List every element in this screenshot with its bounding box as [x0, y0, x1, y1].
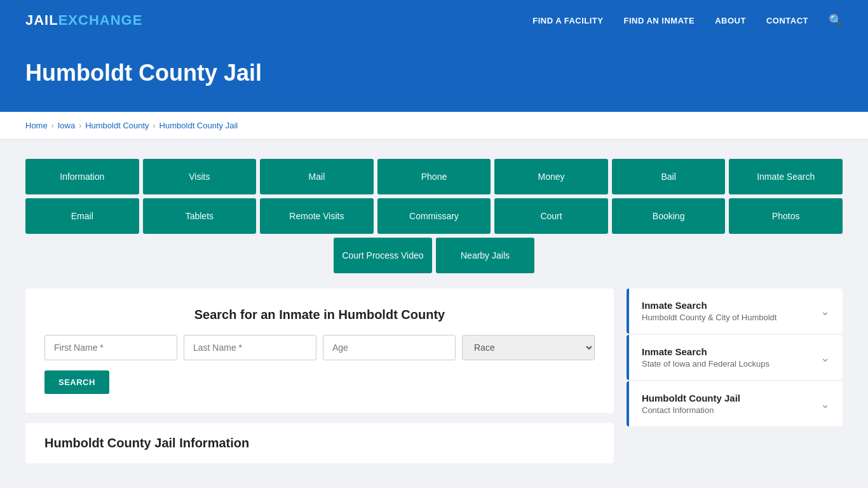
- breadcrumb-humboldt-county[interactable]: Humboldt County: [85, 121, 149, 130]
- page-title: Humboldt County Jail: [25, 60, 843, 86]
- btn-information[interactable]: Information: [25, 159, 139, 194]
- last-name-input[interactable]: [184, 335, 316, 360]
- btn-photos[interactable]: Photos: [729, 198, 843, 234]
- logo[interactable]: JAILEXCHANGE: [25, 12, 142, 29]
- btn-court[interactable]: Court: [494, 198, 608, 234]
- sidebar-card-title-3: Humboldt County Jail: [642, 393, 740, 403]
- sidebar-card-sub-2: State of Iowa and Federal Lockups: [642, 359, 770, 369]
- nav-about[interactable]: ABOUT: [715, 16, 746, 25]
- search-panel: Search for an Inmate in Humboldt County …: [25, 288, 614, 413]
- sidebar-card-inmate-search-humboldt[interactable]: Inmate Search Humboldt County & City of …: [627, 288, 843, 334]
- breadcrumb-iowa[interactable]: Iowa: [58, 121, 75, 130]
- button-grid-row3: Court Process Video Nearby Jails: [25, 238, 843, 273]
- btn-remote-visits[interactable]: Remote Visits: [260, 198, 374, 234]
- search-title: Search for an Inmate in Humboldt County: [44, 308, 595, 322]
- btn-tablets[interactable]: Tablets: [143, 198, 257, 234]
- lower-section: Search for an Inmate in Humboldt County …: [25, 288, 843, 463]
- btn-phone[interactable]: Phone: [377, 159, 491, 194]
- btn-inmate-search[interactable]: Inmate Search: [729, 159, 843, 194]
- search-fields: Race White Black Hispanic Asian Native A…: [44, 335, 595, 360]
- chevron-down-icon-2: ⌄: [820, 351, 830, 365]
- first-name-input[interactable]: [44, 335, 177, 360]
- btn-mail[interactable]: Mail: [260, 159, 374, 194]
- age-input[interactable]: [323, 335, 456, 360]
- btn-booking[interactable]: Booking: [612, 198, 726, 234]
- sidebar-card-inmate-search-iowa[interactable]: Inmate Search State of Iowa and Federal …: [627, 335, 843, 380]
- main-content: Information Visits Mail Phone Money Bail…: [0, 140, 868, 482]
- btn-court-process-video[interactable]: Court Process Video: [334, 238, 432, 273]
- btn-bail[interactable]: Bail: [612, 159, 726, 194]
- sidebar: Inmate Search Humboldt County & City of …: [627, 288, 843, 428]
- search-button[interactable]: SEARCH: [44, 370, 109, 394]
- chevron-down-icon-1: ⌄: [820, 304, 830, 318]
- nav-contact[interactable]: CONTACT: [766, 16, 808, 25]
- race-select[interactable]: Race White Black Hispanic Asian Native A…: [462, 335, 595, 360]
- button-grid-row2: Email Tablets Remote Visits Commissary C…: [25, 198, 843, 234]
- btn-nearby-jails[interactable]: Nearby Jails: [436, 238, 534, 273]
- left-column: Search for an Inmate in Humboldt County …: [25, 288, 614, 463]
- logo-jail: JAIL: [25, 12, 58, 29]
- breadcrumb-current: Humboldt County Jail: [159, 121, 238, 130]
- breadcrumb-sep-1: ›: [51, 121, 54, 130]
- btn-visits[interactable]: Visits: [143, 159, 257, 194]
- breadcrumb-sep-2: ›: [79, 121, 81, 130]
- sidebar-card-title-2: Inmate Search: [642, 346, 770, 357]
- hero-section: Humboldt County Jail: [0, 41, 868, 112]
- main-nav: FIND A FACILITY FIND AN INMATE ABOUT CON…: [532, 13, 843, 27]
- nav-find-facility[interactable]: FIND A FACILITY: [532, 16, 603, 25]
- btn-email[interactable]: Email: [25, 198, 139, 234]
- logo-exchange: EXCHANGE: [58, 12, 143, 29]
- chevron-down-icon-3: ⌄: [820, 397, 830, 411]
- search-icon[interactable]: 🔍: [829, 13, 843, 27]
- breadcrumb-home[interactable]: Home: [25, 121, 48, 130]
- breadcrumb: Home › Iowa › Humboldt County › Humboldt…: [25, 121, 843, 130]
- breadcrumb-bar: Home › Iowa › Humboldt County › Humboldt…: [0, 112, 868, 140]
- sidebar-card-sub-3: Contact Information: [642, 405, 740, 415]
- sidebar-card-sub-1: Humboldt County & City of Humboldt: [642, 313, 776, 322]
- info-section: Humboldt County Jail Information: [25, 423, 614, 463]
- sidebar-card-contact-info[interactable]: Humboldt County Jail Contact Information…: [627, 381, 843, 426]
- breadcrumb-sep-3: ›: [153, 121, 156, 130]
- sidebar-card-title-1: Inmate Search: [642, 300, 776, 311]
- info-title: Humboldt County Jail Information: [44, 436, 595, 451]
- button-grid-row1: Information Visits Mail Phone Money Bail…: [25, 159, 843, 194]
- header: JAILEXCHANGE FIND A FACILITY FIND AN INM…: [0, 0, 868, 41]
- nav-find-inmate[interactable]: FIND AN INMATE: [623, 16, 695, 25]
- btn-commissary[interactable]: Commissary: [377, 198, 491, 234]
- btn-money[interactable]: Money: [494, 159, 608, 194]
